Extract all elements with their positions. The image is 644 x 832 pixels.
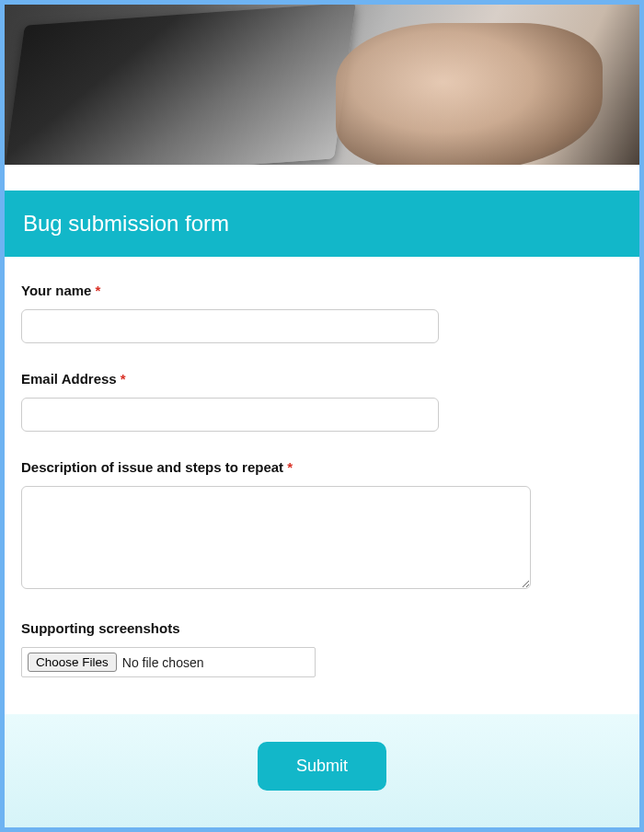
field-name: Your name * [21, 283, 623, 343]
required-marker: * [121, 371, 126, 387]
label-name: Your name * [21, 283, 623, 298]
form-footer: Submit [5, 714, 639, 827]
file-input-wrap[interactable]: Choose Files No file chosen [21, 647, 316, 677]
field-description: Description of issue and steps to repeat… [21, 459, 623, 593]
label-description: Description of issue and steps to repeat… [21, 459, 623, 475]
input-name[interactable] [21, 309, 439, 343]
field-screenshots: Supporting screenshots Choose Files No f… [21, 620, 623, 677]
label-email: Email Address * [21, 371, 623, 387]
input-email[interactable] [21, 398, 439, 432]
submit-button[interactable]: Submit [258, 742, 386, 791]
label-email-text: Email Address [21, 371, 117, 387]
form-header: Bug submission form [5, 191, 639, 257]
field-email: Email Address * [21, 371, 623, 432]
label-description-text: Description of issue and steps to repeat [21, 459, 283, 475]
input-description[interactable] [21, 486, 531, 589]
required-marker: * [96, 283, 101, 298]
label-screenshots: Supporting screenshots [21, 620, 623, 636]
file-status-text: No file chosen [122, 655, 204, 670]
required-marker: * [287, 459, 293, 475]
choose-files-button[interactable]: Choose Files [28, 653, 117, 672]
form-title: Bug submission form [23, 211, 621, 237]
banner-image [5, 5, 639, 165]
form-body: Your name * Email Address * Description … [5, 257, 639, 714]
label-name-text: Your name [21, 283, 91, 298]
form-container: Bug submission form Your name * Email Ad… [0, 0, 644, 832]
